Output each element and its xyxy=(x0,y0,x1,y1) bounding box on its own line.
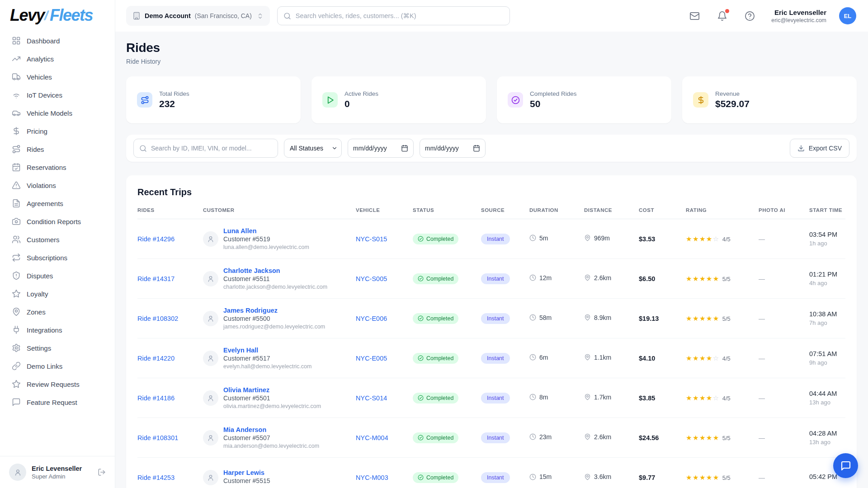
sidebar-item-integrations[interactable]: Integrations xyxy=(0,321,115,339)
sidebar-item-pricing[interactable]: Pricing xyxy=(0,122,115,140)
date-to-input[interactable]: mm/dd/yyyy xyxy=(420,139,486,158)
customer-name-link[interactable]: Charlotte Jackson xyxy=(223,267,327,274)
customer-name-link[interactable]: James Rodriguez xyxy=(223,307,325,314)
user-avatar[interactable]: EL xyxy=(839,7,856,24)
table-row: Ride #14253 Harper Lewis Customer #5515 … xyxy=(137,458,845,488)
ride-link[interactable]: Ride #14220 xyxy=(137,355,175,362)
status-label: Completed xyxy=(426,236,453,242)
sidebar-item-reservations[interactable]: Reservations xyxy=(0,158,115,176)
help-button[interactable] xyxy=(743,9,757,23)
mail-button[interactable] xyxy=(688,9,702,23)
sidebar-item-rides[interactable]: Rides xyxy=(0,140,115,158)
logout-icon[interactable] xyxy=(98,468,106,476)
sidebar-item-agreements[interactable]: Agreements xyxy=(0,194,115,212)
vehicle-link[interactable]: NYC-M003 xyxy=(356,474,388,481)
vehicle-link[interactable]: NYC-E005 xyxy=(356,355,387,362)
sidebar-item-vehicles[interactable]: Vehicles xyxy=(0,68,115,86)
sidebar-item-review-requests[interactable]: Review Requests xyxy=(0,375,115,393)
ride-link[interactable]: Ride #108302 xyxy=(137,315,178,322)
export-csv-button[interactable]: Export CSV xyxy=(790,139,849,158)
user-avatar-icon xyxy=(9,464,26,481)
start-time-relative: 1h ago xyxy=(809,240,842,247)
sidebar-item-violations[interactable]: Violations xyxy=(0,176,115,194)
cost-value: $3.53 xyxy=(639,235,655,243)
global-search[interactable] xyxy=(277,6,510,25)
ride-link[interactable]: Ride #108301 xyxy=(137,434,178,441)
sidebar-item-feature-request[interactable]: Feature Request xyxy=(0,393,115,411)
plug-icon xyxy=(12,325,21,334)
customer-name-link[interactable]: Mia Anderson xyxy=(223,426,319,433)
status-filter-select[interactable]: All Statuses xyxy=(284,139,342,158)
sidebar-item-demo-links[interactable]: Demo Links xyxy=(0,357,115,375)
star-icon xyxy=(12,380,21,389)
sidebar-item-zones[interactable]: Zones xyxy=(0,303,115,321)
sidebar-item-disputes[interactable]: Disputes xyxy=(0,267,115,285)
sidebar-item-loyalty[interactable]: Loyalty xyxy=(0,285,115,303)
vehicle-link[interactable]: NYC-S005 xyxy=(356,275,387,282)
customer-id: Customer #5500 xyxy=(223,315,325,322)
sidebar-item-label: Rides xyxy=(27,145,44,153)
ride-link[interactable]: Ride #14253 xyxy=(137,474,175,481)
page-title: Rides xyxy=(126,41,857,55)
stat-value: 50 xyxy=(530,99,577,109)
customer-name-link[interactable]: Evelyn Hall xyxy=(223,347,311,354)
map-pin-icon xyxy=(584,394,591,400)
stat-label: Completed Rides xyxy=(530,90,577,97)
clock-icon xyxy=(529,394,536,400)
vehicle-link[interactable]: NYC-M004 xyxy=(356,434,388,441)
stats-row: Total Rides 232 Active Rides 0 Completed… xyxy=(126,76,857,123)
clock-icon xyxy=(529,354,536,361)
rating-label: 5/5 xyxy=(722,474,731,481)
recent-trips-title: Recent Trips xyxy=(137,175,845,207)
column-header-source: SOURCE xyxy=(481,207,529,219)
brand-logo[interactable]: Levy Fleets xyxy=(0,0,115,29)
rating-stars: ★★★★★ xyxy=(686,474,720,481)
photo-ai-value: — xyxy=(759,474,765,481)
ride-link[interactable]: Ride #14317 xyxy=(137,275,175,282)
sidebar-item-vehicle-models[interactable]: Vehicle Models xyxy=(0,104,115,122)
sidebar-item-label: Condition Reports xyxy=(27,218,81,225)
sidebar-item-dashboard[interactable]: Dashboard xyxy=(0,32,115,50)
table-search-input[interactable] xyxy=(151,145,272,152)
sidebar-item-iot-devices[interactable]: IoT Devices xyxy=(0,86,115,104)
customer-name-link[interactable]: Luna Allen xyxy=(223,227,309,235)
sidebar-item-label: Integrations xyxy=(27,326,62,334)
status-label: Completed xyxy=(426,395,453,401)
star-icon xyxy=(12,289,21,298)
distance-value: 969m xyxy=(594,235,610,242)
sidebar-item-settings[interactable]: Settings xyxy=(0,339,115,357)
clock-icon xyxy=(529,433,536,440)
sidebar-item-condition-reports[interactable]: Condition Reports xyxy=(0,212,115,230)
global-search-input[interactable] xyxy=(296,12,504,19)
customer-name-link[interactable]: Olivia Martinez xyxy=(223,386,321,394)
sidebar-item-label: Settings xyxy=(27,344,51,352)
photo-ai-value: — xyxy=(759,394,765,402)
vehicle-link[interactable]: NYC-S015 xyxy=(356,235,387,243)
table-search[interactable] xyxy=(133,139,278,158)
notifications-button[interactable] xyxy=(715,9,729,23)
table-row: Ride #14220 Evelyn Hall Customer #5517 e… xyxy=(137,338,845,378)
start-time: 04:28 AM xyxy=(809,430,842,437)
column-header-customer: CUSTOMER xyxy=(203,207,356,219)
photo-ai-value: — xyxy=(759,275,765,282)
search-icon xyxy=(283,12,291,20)
chat-fab-button[interactable] xyxy=(833,453,858,478)
ride-link[interactable]: Ride #14186 xyxy=(137,394,175,402)
account-selector[interactable]: Demo Account (San Francisco, CA) xyxy=(126,6,270,26)
start-time-relative: 4h ago xyxy=(809,280,842,286)
ride-link[interactable]: Ride #14296 xyxy=(137,235,175,243)
sidebar-item-subscriptions[interactable]: Subscriptions xyxy=(0,249,115,267)
calendar-icon xyxy=(401,145,408,152)
sidebar-user-name: Eric Levenseller xyxy=(32,465,82,472)
vehicle-link[interactable]: NYC-E006 xyxy=(356,315,387,322)
customer-name-link[interactable]: Harper Lewis xyxy=(223,469,270,476)
date-from-input[interactable]: mm/dd/yyyy xyxy=(348,139,414,158)
check-circle-icon xyxy=(418,435,424,441)
vehicle-link[interactable]: NYC-S014 xyxy=(356,394,387,402)
sidebar-item-label: IoT Devices xyxy=(27,91,62,99)
sidebar-user-card[interactable]: Eric Levenseller Super Admin xyxy=(0,456,115,488)
sidebar-item-analytics[interactable]: Analytics xyxy=(0,50,115,68)
page-subtitle: Ride History xyxy=(126,58,857,65)
sidebar-item-customers[interactable]: Customers xyxy=(0,230,115,249)
photo-ai-value: — xyxy=(759,235,765,243)
